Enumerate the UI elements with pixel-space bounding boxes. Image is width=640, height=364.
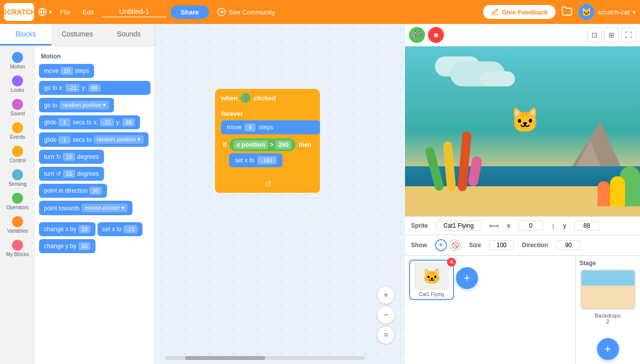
- folder-icon-button[interactable]: [560, 3, 574, 21]
- project-title-input[interactable]: [102, 6, 166, 17]
- sprite-name-input[interactable]: [436, 221, 481, 231]
- stage-thumb-image: [582, 271, 634, 309]
- if-row: if x position > 260 then: [221, 138, 320, 153]
- sprite-direction-input[interactable]: [556, 240, 581, 250]
- sidebar-item-myblocks[interactable]: My Blocks: [2, 238, 33, 259]
- plant-3: [598, 181, 610, 206]
- move-val[interactable]: 4: [244, 123, 256, 131]
- sidebar-item-sensing[interactable]: Sensing: [2, 167, 33, 189]
- show-visible-icon[interactable]: 👁: [435, 239, 447, 251]
- tabs-row: Blocks Costumes Sounds: [0, 24, 154, 46]
- canvas-move-block[interactable]: move 4 steps: [221, 120, 320, 134]
- tab-sounds[interactable]: Sounds: [103, 24, 154, 45]
- block-move-steps[interactable]: move 10 steps: [39, 64, 94, 78]
- sprite-card-image: 🐱: [414, 263, 449, 290]
- add-backdrop-button[interactable]: +: [597, 338, 619, 360]
- block-point-direction[interactable]: point in direction 90: [39, 184, 107, 198]
- sprite-y-input[interactable]: [574, 221, 599, 231]
- block-turn-ccw[interactable]: turn ↺ 15 degrees: [39, 167, 104, 181]
- backdrops-info: Backdrops 2: [595, 313, 621, 325]
- set-x-val[interactable]: -180: [258, 156, 276, 164]
- stage-panel: Stage Backdrops 2 +: [575, 256, 640, 364]
- if-block[interactable]: if x position > 260 then set x to: [221, 136, 320, 178]
- workspace-scrollbar-thumb[interactable]: [185, 356, 265, 360]
- share-button[interactable]: Share: [170, 5, 208, 19]
- zoom-out-button[interactable]: −: [377, 306, 395, 324]
- edit-menu[interactable]: Edit: [78, 6, 98, 18]
- give-feedback-button[interactable]: Give Feedback: [483, 5, 556, 19]
- blocks-area: Motion Looks Sound Events Control: [0, 46, 154, 364]
- sidebar-item-looks[interactable]: Looks: [2, 73, 33, 95]
- workspace-scrollbar[interactable]: [165, 356, 365, 360]
- stage-area: 🏁 ■ ⊡ ⊞ ⛶: [405, 24, 640, 216]
- top-navigation: SCRATCH ▾ File Edit Share See Community …: [0, 0, 640, 24]
- user-menu[interactable]: 🐱 scratch-cat ▾: [578, 4, 636, 20]
- add-sprite-button[interactable]: +: [456, 267, 478, 289]
- stage-scene: 🐱: [405, 46, 640, 216]
- category-sidebar: Motion Looks Sound Events Control: [0, 46, 35, 364]
- scene-cat-sprite[interactable]: 🐱: [510, 106, 540, 134]
- stage-label: Stage: [580, 260, 596, 267]
- sidebar-item-events[interactable]: Events: [2, 120, 33, 142]
- zoom-reset-button[interactable]: =: [377, 326, 395, 344]
- sprite-stage-area: ✕ 🐱 Cat1 Flying + Stage Backdrops 2: [405, 256, 640, 364]
- stage-controls-row: 🏁 ■ ⊡ ⊞ ⛶: [405, 24, 640, 46]
- flag-symbol: 🏁: [240, 93, 250, 103]
- if-condition[interactable]: x position > 260: [230, 138, 296, 151]
- tab-costumes[interactable]: Costumes: [52, 24, 103, 45]
- zoom-controls: + − =: [377, 286, 395, 344]
- block-go-to-xy[interactable]: go to x: -21 y: 88: [39, 81, 150, 95]
- fullscreen-button[interactable]: ⛶: [621, 27, 636, 42]
- block-change-x[interactable]: change x by 10: [39, 222, 96, 236]
- blocks-list: Motion move 10 steps go to x: -21 y: 88 …: [35, 46, 154, 364]
- zoom-in-button[interactable]: +: [377, 286, 395, 304]
- small-stage-button[interactable]: ⊡: [587, 27, 602, 42]
- block-set-x[interactable]: set x to -21: [98, 222, 143, 236]
- plant-2: [610, 176, 625, 206]
- stop-button[interactable]: ■: [428, 27, 444, 43]
- workspace[interactable]: when 🏁 clicked forever move 4 steps: [155, 24, 405, 364]
- set-x-block[interactable]: set x to -180: [229, 153, 282, 167]
- sprite-info-bar-2: Show 👁 🚫 Size Direction: [405, 235, 640, 256]
- canvas-block-group[interactable]: when 🏁 clicked forever move 4 steps: [215, 89, 320, 193]
- green-flag-button[interactable]: 🏁: [409, 27, 425, 43]
- right-panel: 🏁 ■ ⊡ ⊞ ⛶: [405, 24, 640, 364]
- sprite-card-cat[interactable]: ✕ 🐱 Cat1 Flying: [409, 260, 454, 300]
- sprite-card-label: Cat1 Flying: [419, 292, 444, 297]
- sidebar-item-motion[interactable]: Motion: [2, 50, 33, 71]
- forever-label: forever: [215, 107, 320, 120]
- gt-val[interactable]: 260: [276, 140, 292, 149]
- scratch-logo[interactable]: SCRATCH: [4, 3, 34, 21]
- stage-thumbnail[interactable]: [580, 270, 636, 310]
- sprite-size-input[interactable]: [489, 240, 514, 250]
- block-go-to-random[interactable]: go to random position ▾: [39, 98, 114, 112]
- normal-stage-button[interactable]: ⊞: [604, 27, 619, 42]
- add-sprite-area: +: [456, 267, 478, 289]
- tab-blocks[interactable]: Blocks: [0, 24, 52, 45]
- block-change-y[interactable]: change y by 10: [39, 239, 96, 253]
- scene-cloud-3: [480, 71, 515, 86]
- sidebar-item-sound[interactable]: Sound: [2, 97, 33, 118]
- loop-arrow: ↺: [215, 178, 320, 189]
- forever-inner: move 4 steps if x position > 260: [221, 120, 320, 178]
- block-point-towards[interactable]: point towards mouse-pointer ▾: [39, 201, 132, 215]
- language-selector[interactable]: ▾: [38, 7, 52, 16]
- blocks-section-title: Motion: [41, 53, 150, 60]
- sidebar-item-variables[interactable]: Variables: [2, 214, 33, 236]
- forever-block[interactable]: forever move 4 steps if: [215, 107, 320, 193]
- sprite-delete-button[interactable]: ✕: [447, 258, 456, 267]
- sidebar-item-control[interactable]: Control: [2, 144, 33, 165]
- see-community-button[interactable]: See Community: [213, 5, 279, 18]
- block-glide-random[interactable]: glide 1 secs to random position ▾: [39, 132, 148, 147]
- block-turn-cw[interactable]: turn ↻ 15 degrees: [39, 150, 104, 164]
- x-position-val: x position: [234, 140, 268, 149]
- sprite-x-input[interactable]: [518, 221, 544, 231]
- file-menu[interactable]: File: [56, 6, 74, 18]
- sidebar-item-operators[interactable]: Operators: [2, 191, 33, 212]
- show-hidden-icon[interactable]: 🚫: [449, 239, 461, 251]
- block-glide-xy[interactable]: glide 1 secs to x: -21 y: 88: [39, 115, 140, 129]
- hat-block[interactable]: when 🏁 clicked: [215, 89, 320, 107]
- user-avatar: 🐱: [578, 4, 594, 20]
- show-icons: 👁 🚫: [435, 239, 461, 251]
- y-arrow-icon: ↕: [552, 222, 555, 230]
